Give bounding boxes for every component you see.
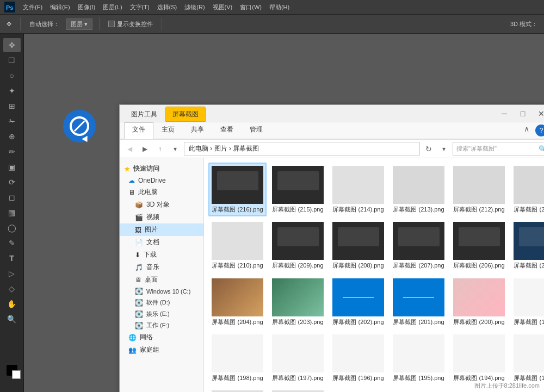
menu-edit[interactable]: 编辑(E) — [47, 2, 73, 13]
nav-desktop[interactable]: 🖥 桌面 — [120, 273, 203, 286]
file-thumb[interactable]: 屏幕截图 (204).png — [208, 275, 267, 329]
layer-dropdown[interactable]: 图层 ▾ — [66, 18, 92, 30]
file-thumb[interactable]: 屏幕截图 (198).png — [208, 331, 267, 385]
file-thumb[interactable]: 屏幕截图 (193).png — [510, 331, 544, 385]
file-thumb[interactable]: 屏幕截图 (206).png — [450, 219, 508, 272]
file-thumb[interactable]: 屏幕截图 (196).png — [329, 331, 387, 385]
menu-help[interactable]: 帮助(H) — [266, 2, 293, 13]
tool-history[interactable]: ⟳ — [3, 175, 21, 189]
file-thumb[interactable]: 屏幕截图 (199).png — [510, 275, 544, 329]
file-thumb[interactable]: 屏幕截图 (195).png — [390, 331, 448, 385]
file-thumb[interactable]: 屏幕截图 (194).png — [450, 331, 508, 385]
file-thumb[interactable]: 屏幕截图 (191).png — [269, 387, 327, 392]
search-box[interactable]: 搜索"屏幕截图" 🔍 — [453, 142, 544, 156]
nav-documents[interactable]: 📄 文档 — [120, 236, 203, 248]
nav-downloads[interactable]: ⬇ 下载 — [120, 248, 203, 261]
tool-gradient[interactable]: ▦ — [3, 206, 21, 220]
menu-file[interactable]: 文件(F) — [20, 2, 46, 13]
nav-homegroup[interactable]: 👥 家庭组 — [120, 344, 203, 356]
menu-select[interactable]: 选择(S) — [154, 2, 181, 13]
show-transform-check[interactable]: 显示变换控件 — [106, 19, 155, 29]
nav-this-pc[interactable]: 🖥 此电脑 — [120, 186, 203, 198]
file-thumb[interactable]: 屏幕截图 (211).png — [510, 163, 544, 216]
nav-drive-c[interactable]: 💽 Windows 10 (C:) — [120, 286, 203, 297]
maximize-button[interactable]: □ — [515, 107, 531, 121]
file-thumb[interactable]: 屏幕截图 (209).png — [269, 219, 327, 272]
thumb-preview — [272, 166, 324, 204]
file-thumb[interactable]: 屏幕截图 (215).png — [269, 163, 327, 216]
tab-view[interactable]: 查看 — [212, 122, 242, 139]
nav-drive-d[interactable]: 💽 软件 (D:) — [120, 297, 203, 308]
foreground-color[interactable] — [7, 365, 17, 376]
menu-view[interactable]: 视图(V) — [209, 2, 236, 13]
tool-select-rect[interactable]: ☐ — [3, 53, 21, 67]
move-tool-btn[interactable]: ✥ — [4, 20, 14, 29]
file-thumb[interactable]: 屏幕截图 (213).png — [390, 163, 448, 216]
tool-lasso[interactable]: ○ — [3, 69, 21, 83]
nav-recent[interactable]: ▾ — [169, 142, 182, 155]
tool-heal[interactable]: ⊕ — [3, 129, 21, 144]
tab-share[interactable]: 共享 — [183, 122, 212, 139]
file-thumb[interactable]: 屏幕截图 (202).png — [329, 275, 387, 329]
menu-filter[interactable]: 滤镜(R) — [181, 2, 208, 13]
nav-drive-e[interactable]: 💽 娱乐 (E:) — [120, 308, 203, 320]
nav-videos[interactable]: 🎬 视频 — [120, 211, 203, 223]
tool-eyedropper[interactable]: ✁ — [3, 114, 21, 128]
tool-text[interactable]: T — [3, 251, 21, 265]
tool-hand[interactable]: ✋ — [3, 297, 21, 311]
menu-layer[interactable]: 图层(L) — [100, 2, 125, 13]
file-thumb[interactable]: 屏幕截图 (201).png — [390, 275, 448, 329]
menu-image[interactable]: 图像(I) — [75, 2, 98, 13]
tool-zoom[interactable]: 🔍 — [3, 312, 21, 326]
minimize-button[interactable]: ─ — [496, 107, 512, 121]
nav-3d-objects[interactable]: 📦 3D 对象 — [120, 198, 203, 211]
nav-back[interactable]: ◀ — [123, 142, 136, 155]
refresh-btn[interactable]: ↻ — [422, 142, 435, 155]
thumb-preview — [514, 222, 544, 260]
file-thumb[interactable]: 屏幕截图 (214).png — [329, 163, 387, 216]
nav-forward[interactable]: ▶ — [138, 142, 151, 155]
file-thumb[interactable]: 屏幕截图 (210).png — [208, 219, 267, 272]
file-thumb[interactable]: 屏幕截图 (203).png — [269, 275, 327, 329]
help-btn[interactable]: ? — [535, 125, 544, 136]
tool-move[interactable]: ✥ — [3, 38, 21, 52]
thumb-preview — [393, 278, 444, 316]
tab-manage[interactable]: 管理 — [242, 122, 271, 139]
file-thumb[interactable]: 屏幕截图 (205).png — [510, 219, 544, 272]
ribbon-tab-picture-tools[interactable]: 图片工具 — [124, 107, 164, 122]
tool-magic-wand[interactable]: ✦ — [3, 84, 21, 98]
file-thumb[interactable]: 屏幕截图 (212).png — [450, 163, 508, 216]
address-dropdown[interactable]: ▾ — [437, 142, 450, 155]
tool-pen[interactable]: ✎ — [3, 236, 21, 250]
nav-music[interactable]: 🎵 音乐 — [120, 261, 203, 273]
nav-quick-access[interactable]: ★ 快速访问 — [120, 163, 203, 175]
file-thumb[interactable]: 屏幕截图 (216).png — [208, 163, 267, 216]
file-thumb[interactable]: 屏幕截图 (208).png — [329, 219, 387, 272]
tab-home[interactable]: 主页 — [153, 122, 183, 139]
nav-pictures[interactable]: 🖼 图片 — [120, 223, 203, 236]
file-thumb[interactable]: 屏幕截图 (192).png — [208, 387, 267, 392]
nav-up[interactable]: ↑ — [153, 142, 166, 155]
tab-file[interactable]: 文件 — [124, 122, 153, 139]
file-thumb[interactable]: 屏幕截图 (197).png — [269, 331, 327, 385]
nav-onedrive[interactable]: ☁ OneDrive — [120, 175, 203, 186]
file-thumb[interactable]: 屏幕截图 (200).png — [450, 275, 508, 329]
tool-brush[interactable]: ✏ — [3, 145, 21, 159]
tool-eraser[interactable]: ◻ — [3, 190, 21, 204]
tool-dodge[interactable]: ◯ — [3, 221, 21, 235]
file-thumb[interactable]: 屏幕截图 (207).png — [390, 219, 448, 272]
tool-clone[interactable]: ▣ — [3, 160, 21, 174]
tool-path[interactable]: ▷ — [3, 266, 21, 281]
tool-shape[interactable]: ◇ — [3, 282, 21, 296]
close-button[interactable]: ✕ — [533, 107, 544, 121]
file-label: 屏幕截图 (198).png — [212, 374, 263, 382]
ps-menubar: Ps 文件(F) 编辑(E) 图像(I) 图层(L) 文字(T) 选择(S) 滤… — [0, 0, 544, 14]
nav-network[interactable]: 🌐 网络 — [120, 331, 203, 344]
menu-text[interactable]: 文字(T) — [127, 2, 153, 13]
ribbon-tab-main-title[interactable]: 屏幕截图 — [165, 107, 206, 122]
nav-drive-f[interactable]: 💽 工作 (F:) — [120, 320, 203, 331]
menu-window[interactable]: 窗口(W) — [237, 2, 265, 13]
tool-crop[interactable]: ⊞ — [3, 99, 21, 113]
address-path[interactable]: 此电脑 › 图片 › 屏幕截图 — [184, 142, 420, 156]
ribbon-expand-btn[interactable]: ∧ — [520, 122, 533, 135]
